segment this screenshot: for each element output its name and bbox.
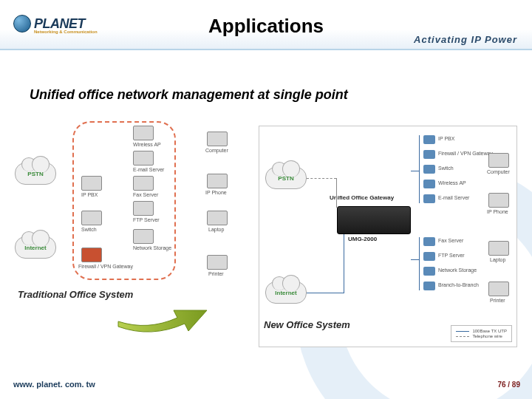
service-icon — [423, 252, 435, 261]
firewall-label: Firewall / VPN Gateway — [78, 264, 133, 269]
email-server-icon — [133, 151, 154, 166]
logo-globe-icon — [13, 15, 31, 33]
conn-pstn — [307, 178, 336, 179]
conn-internet — [307, 293, 344, 293]
page-title: Applications — [208, 15, 324, 38]
transition-arrow-icon — [111, 296, 214, 332]
laptop-label-r: Laptop — [490, 257, 505, 262]
laptop-icon-r — [488, 241, 509, 256]
storage-icon — [133, 229, 154, 244]
service-bracket-top — [419, 135, 420, 203]
logo-subtext: Networking & Communication — [34, 30, 98, 34]
computer-icon-r — [488, 153, 509, 168]
diagram-traditional: PSTN Internet Wireless AP E-mail Server … — [15, 118, 251, 303]
ipphone-label: IP Phone — [205, 190, 227, 195]
wireless-ap-label: Wireless AP — [133, 142, 161, 147]
legend-utp-line — [456, 331, 469, 332]
legend-utp-label: 100Base TX UTP — [472, 329, 507, 333]
switch-icon — [81, 211, 102, 225]
service-icon — [423, 237, 435, 246]
service-icon — [423, 165, 435, 174]
switch-label: Switch — [81, 227, 97, 232]
computer-label-r: Computer — [487, 169, 510, 174]
firewall-icon — [81, 248, 102, 262]
service-label: Network Storage — [438, 267, 477, 273]
legend: 100Base TX UTP Telephone wire — [451, 325, 512, 342]
fax-server-icon — [133, 176, 154, 191]
ipphone-icon — [207, 174, 228, 188]
diagram-new: PSTN Internet Unified Office Gateway UMG… — [259, 126, 517, 347]
storage-label: Network Storage — [133, 245, 171, 250]
legend-tel-line — [456, 336, 469, 337]
laptop-label: Laptop — [208, 227, 224, 232]
service-label: FTP Server — [438, 253, 465, 258]
service-icon — [423, 135, 435, 144]
service-label: Wireless AP — [438, 180, 466, 185]
cloud-internet-right: Internet — [265, 282, 307, 304]
service-label: Fax Server — [438, 238, 463, 243]
service-label: Switch — [438, 166, 454, 171]
service-conn-top — [411, 171, 419, 171]
slide-subtitle: Unified office network management at sin… — [30, 87, 348, 103]
service-label: Firewall / VPN Gateway — [438, 151, 493, 156]
service-label: Branch-to-Branch — [438, 282, 479, 287]
service-label: IP PBX — [438, 136, 454, 141]
laptop-icon — [207, 211, 228, 225]
gateway-model: UMG-2000 — [348, 236, 377, 242]
service-label: E-mail Server — [438, 195, 469, 200]
gateway-label: Unified Office Gateway — [330, 194, 394, 201]
slide-header: PLANET Networking & Communication Applic… — [0, 0, 532, 50]
legend-tel-label: Telephone wire — [472, 334, 502, 338]
service-icon — [423, 194, 435, 203]
conn-internet-v — [344, 234, 344, 293]
printer-label: Printer — [208, 271, 224, 276]
tagline: Activating IP Power — [414, 34, 517, 45]
service-icon — [423, 282, 435, 290]
ipphone-label-r: IP Phone — [487, 209, 508, 214]
cloud-pstn: PSTN — [15, 163, 56, 185]
page-number: 76 / 89 — [497, 381, 520, 389]
computer-label: Computer — [205, 148, 228, 153]
ippbx-icon — [81, 176, 102, 191]
service-icon — [423, 267, 435, 276]
ipphone-icon-r — [488, 193, 509, 208]
email-server-label: E-mail Server — [133, 167, 164, 172]
service-icon — [423, 180, 435, 188]
ippbx-label: IP PBX — [81, 192, 98, 197]
computer-icon — [207, 132, 228, 146]
conn-pstn-v — [336, 178, 337, 208]
service-conn-bot — [411, 259, 419, 260]
footer-url: www. planet. com. tw — [13, 380, 95, 389]
unified-gateway-icon — [337, 206, 411, 234]
cloud-internet: Internet — [15, 236, 56, 259]
printer-icon-r — [488, 282, 509, 296]
diagram-new-title: New Office System — [264, 319, 350, 330]
service-bracket-bot — [419, 237, 420, 290]
wireless-ap-icon — [133, 126, 154, 140]
service-icon — [423, 150, 435, 159]
printer-icon — [207, 255, 228, 270]
ftp-server-label: FTP Server — [133, 217, 160, 222]
cloud-pstn-right: PSTN — [265, 167, 307, 189]
printer-label-r: Printer — [490, 298, 505, 303]
ftp-server-icon — [133, 201, 154, 216]
fax-server-label: Fax Server — [133, 192, 158, 197]
